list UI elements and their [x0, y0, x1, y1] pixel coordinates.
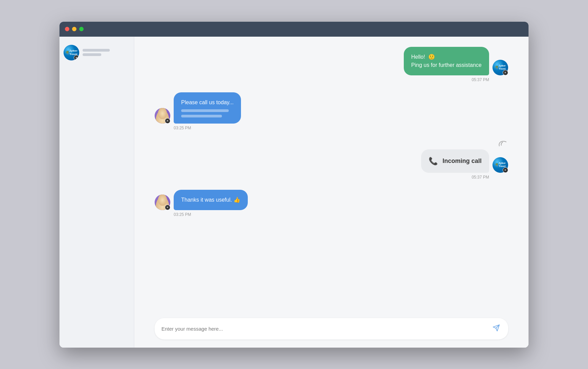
message-row-3: 🌴ZylkerTravel ✕ 📞 Incoming call: [421, 149, 508, 173]
brand-lines: [83, 49, 110, 56]
minimize-button[interactable]: [72, 27, 76, 31]
bubble-line-1: [181, 109, 229, 112]
message-group-4: ✕ Thanks it was useful. 👍 03:25 PM: [155, 190, 508, 217]
traffic-lights: [65, 27, 84, 31]
phone-icon: 📞: [429, 155, 438, 167]
messages-container: 🌴ZylkerTravel ✕ Hello! 🙂Ping us for furt…: [134, 37, 529, 313]
maximize-button[interactable]: [79, 27, 84, 31]
bot-message-1-text: Hello! 🙂Ping us for further assistance: [411, 54, 482, 68]
call-bubble: 📞 Incoming call: [421, 149, 489, 173]
app-window: 🌴ZylkerTravel ✕ 🌴ZylkerT: [59, 22, 529, 348]
brand-line-1: [83, 49, 110, 52]
bot-timestamp-1: 05:37 PM: [472, 77, 489, 82]
brand-line-2: [83, 53, 101, 56]
close-button[interactable]: [65, 27, 69, 31]
message-group-2: ✕ Please call us today... 03:25 PM: [155, 92, 508, 130]
user-timestamp-2: 03:25 PM: [174, 212, 191, 217]
app-body: 🌴ZylkerTravel ✕ 🌴ZylkerT: [59, 37, 529, 348]
bubble-line-2: [181, 115, 222, 117]
brand-avatar: 🌴ZylkerTravel ✕: [64, 45, 79, 60]
bot-avatar-badge-2: ✕: [503, 167, 508, 173]
typing-icon: [498, 141, 508, 147]
sidebar-brand: 🌴ZylkerTravel ✕: [64, 42, 130, 63]
message-row-1: 🌴ZylkerTravel ✕ Hello! 🙂Ping us for furt…: [404, 47, 508, 75]
bot-avatar-badge-1: ✕: [503, 70, 508, 75]
user-timestamp-1: 03:25 PM: [174, 126, 191, 130]
input-box: [155, 318, 508, 339]
title-bar: [59, 22, 529, 37]
user-avatar-badge-2: ✕: [165, 205, 170, 210]
user-avatar-wrap-1: ✕: [155, 108, 170, 124]
message-group-1: 🌴ZylkerTravel ✕ Hello! 🙂Ping us for furt…: [155, 47, 508, 82]
user-bubble-2: Thanks it was useful. 👍: [174, 190, 248, 210]
message-group-3: 🌴ZylkerTravel ✕ 📞 Incoming call 05:37 PM: [155, 141, 508, 180]
chat-area: 🌴ZylkerTravel ✕ Hello! 🙂Ping us for furt…: [134, 37, 529, 348]
bot-avatar-wrap-1: 🌴ZylkerTravel ✕: [492, 60, 508, 75]
input-area: [134, 313, 529, 348]
call-message-text: Incoming call: [443, 156, 482, 166]
user-bubble-1: Please call us today...: [174, 92, 241, 124]
message-input[interactable]: [161, 326, 491, 332]
message-row-4: ✕ Thanks it was useful. 👍: [155, 190, 248, 210]
send-button[interactable]: [491, 323, 501, 335]
user-message-1-text: Please call us today...: [181, 99, 234, 105]
message-row-2: ✕ Please call us today...: [155, 92, 241, 124]
brand-badge: ✕: [74, 55, 79, 60]
user-message-2-text: Thanks it was useful. 👍: [181, 197, 240, 203]
bot-bubble-1: Hello! 🙂Ping us for further assistance: [404, 47, 489, 75]
call-timestamp: 05:37 PM: [472, 175, 489, 180]
sidebar: 🌴ZylkerTravel ✕: [59, 37, 134, 348]
user-avatar-wrap-2: ✕: [155, 195, 170, 210]
send-icon: [492, 324, 500, 333]
user-avatar-badge-1: ✕: [165, 118, 170, 124]
bot-avatar-wrap-2: 🌴ZylkerTravel ✕: [492, 157, 508, 173]
